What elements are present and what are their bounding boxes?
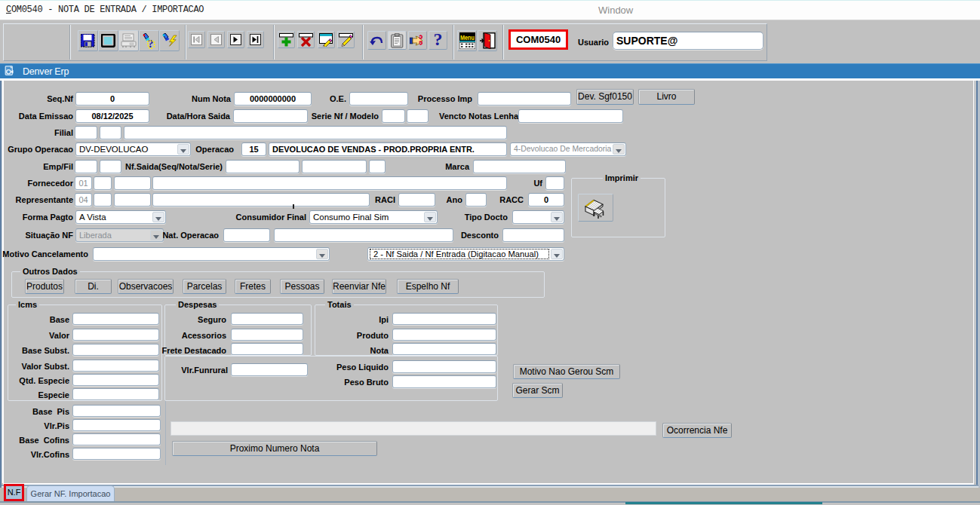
svg-text:Menu: Menu <box>460 33 475 41</box>
svg-text:?: ? <box>148 38 154 49</box>
